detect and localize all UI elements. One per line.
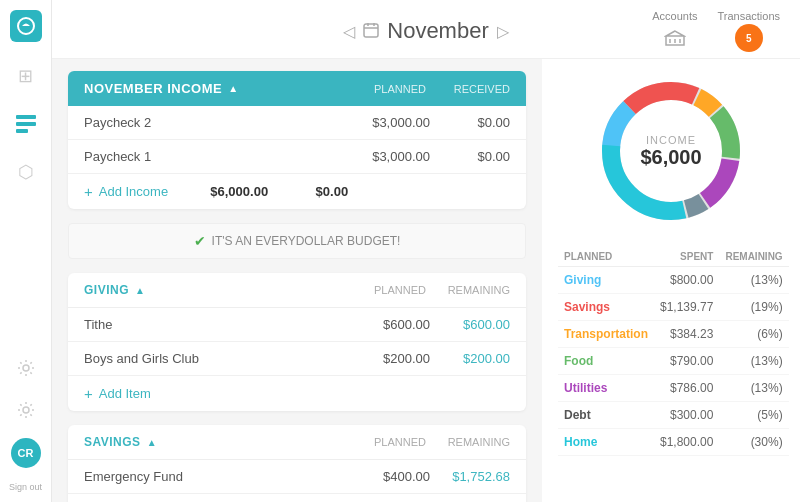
cat-name-4: Utilities — [558, 375, 654, 402]
cat-name-0: Giving — [558, 267, 654, 294]
savings-header: SAVINGS ▲ PLANNED REMAINING — [68, 425, 526, 460]
giving-row-1: Boys and Girls Club $200.00 $200.00 — [68, 342, 526, 376]
add-giving-label: Add Item — [99, 386, 151, 401]
badge-circle: 5 — [735, 24, 763, 52]
calendar-left-icon[interactable]: ◁ — [343, 22, 355, 41]
cat-remaining-6: (30%) — [719, 429, 788, 456]
box-icon[interactable]: ⬡ — [12, 158, 40, 186]
savings-col-labels: PLANNED REMAINING — [346, 436, 510, 448]
summary-row-1: Savings $1,139.77 (19%) — [558, 294, 789, 321]
summary-table: PLANNED SPENT REMAINING Giving $800.00 (… — [558, 247, 789, 456]
cat-remaining-0: (13%) — [719, 267, 788, 294]
income-header: NOVEMBER INCOME ▲ PLANNED RECEIVED — [68, 71, 526, 106]
giving-col-labels: PLANNED REMAINING — [346, 284, 510, 296]
cat-spent-1: $1,139.77 — [654, 294, 719, 321]
summary-row-5: Debt $300.00 (5%) — [558, 402, 789, 429]
giving-row-0: Tithe $600.00 $600.00 — [68, 308, 526, 342]
budget-icon[interactable] — [12, 110, 40, 138]
cat-spent-6: $1,800.00 — [654, 429, 719, 456]
svg-rect-3 — [16, 129, 28, 133]
cat-name-2: Transportation — [558, 321, 654, 348]
body-split: NOVEMBER INCOME ▲ PLANNED RECEIVED Paych… — [52, 59, 800, 502]
check-icon: ✔ — [194, 233, 206, 249]
app-logo — [10, 10, 42, 42]
svg-rect-1 — [16, 115, 36, 119]
cat-remaining-3: (13%) — [719, 348, 788, 375]
cat-spent-0: $800.00 — [654, 267, 719, 294]
add-income-row[interactable]: + Add Income $6,000.00 $0.00 — [68, 174, 526, 209]
savings-section: SAVINGS ▲ PLANNED REMAINING Emergency Fu… — [68, 425, 526, 502]
savings-chevron: ▲ — [147, 437, 157, 448]
header: ◁ November ▷ Accounts Transactions — [52, 0, 800, 59]
giving-header: GIVING ▲ PLANNED REMAINING — [68, 273, 526, 308]
donut-container: INCOME $6,000 — [558, 71, 784, 231]
income-section: NOVEMBER INCOME ▲ PLANNED RECEIVED Paych… — [68, 71, 526, 209]
giving-title: GIVING — [84, 283, 129, 297]
savings-row-1: Vacation $200.00 $200.00 — [68, 494, 526, 502]
summary-row-4: Utilities $786.00 (13%) — [558, 375, 789, 402]
svg-rect-6 — [364, 24, 378, 37]
summary-column: INCOME $6,000 PLANNED SPENT REMAINING — [542, 59, 800, 502]
cat-remaining-1: (19%) — [719, 294, 788, 321]
transactions-badge: 5 — [735, 24, 763, 52]
main-content: ◁ November ▷ Accounts Transactions — [52, 0, 800, 502]
calendar-icon — [363, 18, 379, 44]
summary-row-6: Home $1,800.00 (30%) — [558, 429, 789, 456]
summary-row-3: Food $790.00 (13%) — [558, 348, 789, 375]
user-avatar[interactable]: CR — [11, 438, 41, 468]
savings-title: SAVINGS — [84, 435, 141, 449]
accounts-nav[interactable]: Accounts — [652, 10, 697, 52]
everydollar-banner: ✔ IT'S AN EVERYDOLLAR BUDGET! — [68, 223, 526, 259]
svg-point-5 — [23, 407, 29, 413]
giving-chevron: ▲ — [135, 285, 145, 296]
settings-icon[interactable] — [12, 354, 40, 382]
cat-remaining-2: (6%) — [719, 321, 788, 348]
add-giving-plus-icon: + — [84, 385, 93, 402]
donut-center: INCOME $6,000 — [640, 134, 701, 169]
cat-name-1: Savings — [558, 294, 654, 321]
donut-label: INCOME — [640, 134, 701, 146]
cat-name-5: Debt — [558, 402, 654, 429]
cat-remaining-5: (5%) — [719, 402, 788, 429]
budget-column: NOVEMBER INCOME ▲ PLANNED RECEIVED Paych… — [52, 59, 542, 502]
summary-row-0: Giving $800.00 (13%) — [558, 267, 789, 294]
svg-point-4 — [23, 365, 29, 371]
cat-spent-3: $790.00 — [654, 348, 719, 375]
cat-remaining-4: (13%) — [719, 375, 788, 402]
sign-out-link[interactable]: Sign out — [9, 482, 42, 492]
cat-name-6: Home — [558, 429, 654, 456]
home-icon[interactable]: ⊞ — [12, 62, 40, 90]
svg-rect-2 — [16, 122, 36, 126]
cat-spent-4: $786.00 — [654, 375, 719, 402]
income-chevron: ▲ — [228, 83, 238, 94]
add-income-plus-icon: + — [84, 183, 93, 200]
col-remaining-header: REMAINING — [719, 247, 788, 267]
sidebar: ⊞ ⬡ CR Sign out — [0, 0, 52, 502]
calendar-right-icon[interactable]: ▷ — [497, 22, 509, 41]
month-display: ◁ November ▷ — [343, 18, 508, 44]
month-name: November — [387, 18, 488, 44]
col-planned-header: PLANNED — [558, 247, 654, 267]
bank-icon — [661, 24, 689, 52]
settings2-icon[interactable] — [12, 396, 40, 424]
transactions-nav[interactable]: Transactions 5 — [717, 10, 780, 52]
banner-text: IT'S AN EVERYDOLLAR BUDGET! — [212, 234, 401, 248]
income-row-0: Paycheck 2 $3,000.00 $0.00 — [68, 106, 526, 140]
cat-spent-5: $300.00 — [654, 402, 719, 429]
cat-spent-2: $384.23 — [654, 321, 719, 348]
donut-chart: INCOME $6,000 — [591, 71, 751, 231]
add-giving-item-row[interactable]: + Add Item — [68, 376, 526, 411]
income-row-1: Paycheck 1 $3,000.00 $0.00 — [68, 140, 526, 174]
col-spent-header: SPENT — [654, 247, 719, 267]
donut-amount: $6,000 — [640, 146, 701, 169]
savings-row-0: Emergency Fund $400.00 $1,752.68 — [68, 460, 526, 494]
income-title: NOVEMBER INCOME — [84, 81, 222, 96]
giving-section: GIVING ▲ PLANNED REMAINING Tithe $600.00… — [68, 273, 526, 411]
income-col-labels: PLANNED RECEIVED — [346, 83, 510, 95]
cat-name-3: Food — [558, 348, 654, 375]
add-income-label: Add Income — [99, 184, 168, 199]
summary-row-2: Transportation $384.23 (6%) — [558, 321, 789, 348]
